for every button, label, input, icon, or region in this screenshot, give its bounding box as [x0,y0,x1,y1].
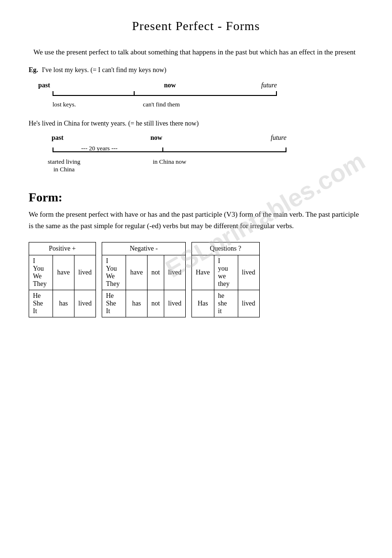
questions-row2-aux: Has [192,290,214,317]
positive-row1-aux: have [53,255,74,290]
timeline1-sub1: lost keys. [53,101,76,108]
positive-row2-aux: has [53,290,74,317]
tl2-past: past [52,134,64,142]
questions-row1-pp: lived [238,255,259,290]
negative-table: Negative - IYouWeThey have not lived HeS… [102,242,186,317]
form-description: We form the present perfect with have or… [29,209,363,232]
negative-row1-pronouns: IYouWeThey [102,255,126,290]
questions-row1-aux: Have [192,255,214,290]
timeline1-line-container [38,90,277,100]
positive-row2-pronouns: HeSheIt [29,290,53,317]
questions-row2-pp: lived [238,290,259,317]
negative-header: Negative - [102,242,186,255]
timeline1-past: past [38,82,50,89]
positive-row2-pp: lived [74,290,96,317]
negative-row1-neg: not [148,255,164,290]
tl2-sub1: started living in China [48,158,80,174]
negative-row2-pronouns: HeSheIt [102,290,126,317]
negative-row1: IYouWeThey have not lived [102,255,186,290]
questions-row2-pronouns: hesheit [214,290,238,317]
timeline1-sub2: can't find them [143,101,180,108]
timeline1-sublabels: lost keys. can't find them [38,101,277,108]
timeline1-future: future [261,82,277,89]
form-heading: Form: [29,190,363,205]
positive-row1-pronouns: IYouWeThey [29,255,53,290]
timeline1-labels: past now future [38,82,277,89]
negative-row2-pp: lived [164,290,186,317]
questions-row1: Have Iyouwethey lived [192,255,260,290]
timeline2-line-container: --- 20 years --- [38,147,286,156]
he-lived-sentence: He's lived in China for twenty years. (=… [29,120,363,127]
positive-table: Positive + IYouWeThey have lived HeSheIt… [29,242,96,317]
timeline2-labels: past now future [38,134,286,146]
questions-header: Questions ? [192,242,260,255]
page-title: Present Perfect - Forms [29,19,363,33]
questions-row2: Has hesheit lived [192,290,260,317]
positive-header: Positive + [29,242,96,255]
tl2-now: now [150,134,162,142]
timeline2-sublabels: started living in China in China now [38,158,286,177]
negative-row2-neg: not [148,290,164,317]
tl2-sub2: in China now [153,158,186,166]
tl2-future: future [271,134,286,142]
eg-sentence: Eg.I've lost my keys. (= I can't find my… [29,66,363,74]
tables-container: Positive + IYouWeThey have lived HeSheIt… [29,242,363,317]
eg-label: Eg. [29,66,38,74]
timeline-1: past now future lost keys. can't find th… [38,82,363,108]
questions-row1-pronouns: Iyouwethey [214,255,238,290]
positive-row1: IYouWeThey have lived [29,255,96,290]
intro-paragraph: We use the present perfect to talk about… [29,47,363,58]
eg-text: I've lost my keys. (= I can't find my ke… [42,66,167,74]
tl2-arrow: --- 20 years --- [81,145,117,152]
negative-row2-aux: has [126,290,148,317]
positive-row1-pp: lived [74,255,96,290]
negative-row1-aux: have [126,255,148,290]
questions-table: Questions ? Have Iyouwethey lived Has he… [191,242,260,317]
timeline1-now: now [164,82,176,89]
negative-row2: HeSheIt has not lived [102,290,186,317]
negative-row1-pp: lived [164,255,186,290]
timeline-2: past now future --- 20 years --- started… [38,134,363,177]
positive-row2: HeSheIt has lived [29,290,96,317]
